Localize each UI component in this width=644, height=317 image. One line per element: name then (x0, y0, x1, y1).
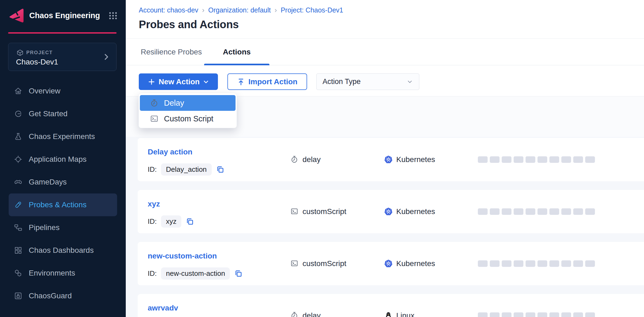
action-name-link[interactable]: awrvadv (148, 304, 178, 312)
action-name-link[interactable]: Delay action (148, 148, 192, 156)
action-type-text: delay (302, 155, 321, 164)
execution-result-placeholder (478, 312, 488, 317)
execution-result-placeholder (514, 312, 523, 317)
copy-id-button[interactable] (216, 165, 225, 174)
sidebar-item-application-maps[interactable]: Application Maps (0, 148, 126, 171)
sidebar-item-chaos-dashboards[interactable]: Chaos Dashboards (0, 239, 126, 262)
execution-result-placeholder (537, 312, 547, 317)
stopwatch-icon (291, 312, 298, 317)
id-label: ID: (148, 269, 157, 278)
tab-actions[interactable]: Actions (204, 38, 269, 65)
breadcrumb-separator: › (198, 6, 208, 14)
execution-result-placeholder (478, 208, 488, 215)
sidebar: Chaos Engineering PROJECT Chaos-Dev1 O (0, 0, 126, 317)
project-selector-label: PROJECT (26, 50, 53, 56)
menu-item-delay[interactable]: Delay (140, 95, 236, 111)
execution-result-placeholder (514, 260, 523, 267)
infrastructure-cell: Kubernetes (384, 138, 435, 181)
execution-result-placeholder (549, 208, 559, 215)
action-type-select[interactable]: Action Type (316, 73, 419, 90)
infrastructure-cell: Linux (384, 294, 414, 317)
menu-item-label: Custom Script (164, 114, 213, 123)
breadcrumb-organization-link[interactable]: Organization: default (208, 6, 271, 14)
stopwatch-icon (150, 99, 158, 107)
infrastructure-text: Kubernetes (396, 155, 435, 164)
execution-result-placeholder (585, 156, 595, 163)
copy-icon (186, 217, 194, 226)
action-type-cell: customScript (291, 242, 346, 285)
dashboard-icon (14, 246, 22, 254)
sidebar-item-label: Probes & Actions (29, 200, 86, 209)
get-started-icon (14, 110, 22, 118)
tab-resilience-probes[interactable]: Resilience Probes (139, 38, 204, 65)
execution-result-placeholder (537, 260, 547, 267)
execution-result-placeholder (585, 260, 595, 267)
action-name-link[interactable]: new-custom-action (148, 252, 217, 260)
breadcrumb-separator: › (271, 6, 281, 14)
kubernetes-icon (384, 260, 392, 268)
sidebar-item-chaos-experiments[interactable]: Chaos Experiments (0, 125, 126, 148)
breadcrumb-project-link[interactable]: Project: Chaos-Dev1 (281, 6, 343, 14)
execution-result-placeholder (549, 260, 559, 267)
import-action-label: Import Action (249, 77, 298, 86)
linux-icon (384, 312, 392, 317)
kubernetes-icon (384, 208, 392, 216)
breadcrumb: Account: chaos-dev › Organization: defau… (139, 6, 343, 14)
execution-result-placeholder (585, 208, 595, 215)
lock-icon (14, 292, 22, 300)
sidebar-item-probes-and-actions[interactable]: Probes & Actions (9, 193, 117, 216)
execution-result-placeholder (573, 208, 583, 215)
new-action-button[interactable]: New Action (139, 73, 218, 90)
brand-divider (8, 32, 117, 34)
sidebar-item-gamedays[interactable]: GameDays (0, 171, 126, 193)
action-type-cell: delay (291, 294, 321, 317)
sidebar-item-pipelines[interactable]: Pipelines (0, 216, 126, 239)
kubernetes-icon (384, 156, 392, 164)
execution-result-placeholder (585, 312, 595, 317)
action-id-line: ID: xyz (148, 215, 194, 228)
probe-icon (14, 201, 22, 209)
sidebar-item-chaosguard[interactable]: ChaosGuard (0, 284, 126, 307)
sidebar-item-label: Chaos Experiments (29, 132, 95, 141)
copy-id-button[interactable] (186, 217, 194, 226)
sidebar-item-get-started[interactable]: Get Started (0, 102, 126, 125)
cube-icon (17, 49, 24, 56)
pipeline-icon (14, 224, 22, 232)
execution-result-placeholder (549, 156, 559, 163)
breadcrumb-account-link[interactable]: Account: chaos-dev (139, 6, 198, 14)
toolbar: New Action Import Action Action Type (126, 66, 644, 96)
sidebar-item-label: Overview (29, 87, 60, 95)
page-title: Probes and Actions (139, 18, 239, 31)
actions-table-body: Delay action ID: Delay_action delay Kube… (126, 137, 644, 317)
execution-result-placeholder (514, 156, 523, 163)
execution-result-placeholder (490, 260, 500, 267)
stopwatch-icon (291, 156, 298, 163)
sidebar-item-label: Environments (29, 269, 75, 277)
terminal-icon (291, 208, 298, 215)
main-content: Account: chaos-dev › Organization: defau… (126, 0, 644, 317)
sidebar-item-label: Chaos Dashboards (29, 246, 94, 255)
project-selector[interactable]: PROJECT Chaos-Dev1 (8, 43, 117, 71)
execution-result-placeholder (526, 312, 535, 317)
copy-id-button[interactable] (234, 269, 243, 278)
copy-icon (216, 165, 225, 174)
execution-result-placeholder (573, 260, 583, 267)
execution-result-placeholder (478, 260, 488, 267)
flask-icon (14, 132, 22, 141)
execution-result-placeholder (490, 156, 500, 163)
action-name-link[interactable]: xyz (148, 200, 160, 208)
menu-item-custom-script[interactable]: Custom Script (140, 111, 236, 127)
execution-result-placeholder (502, 208, 511, 215)
chaos-engineering-logo-icon (8, 7, 25, 24)
action-row: new-custom-action ID: new-custom-action … (138, 242, 644, 285)
hexagons-icon (14, 269, 22, 277)
sidebar-item-overview[interactable]: Overview (0, 80, 126, 102)
action-id-line: ID: new-custom-action (148, 267, 243, 280)
sidebar-item-environments[interactable]: Environments (0, 262, 126, 284)
module-grid-icon[interactable] (108, 11, 118, 20)
execution-result-placeholder (490, 208, 500, 215)
execution-result-placeholder (549, 312, 559, 317)
infrastructure-text: Kubernetes (396, 207, 435, 216)
import-action-button[interactable]: Import Action (227, 73, 307, 90)
tabbar: Resilience Probes Actions (126, 38, 644, 65)
